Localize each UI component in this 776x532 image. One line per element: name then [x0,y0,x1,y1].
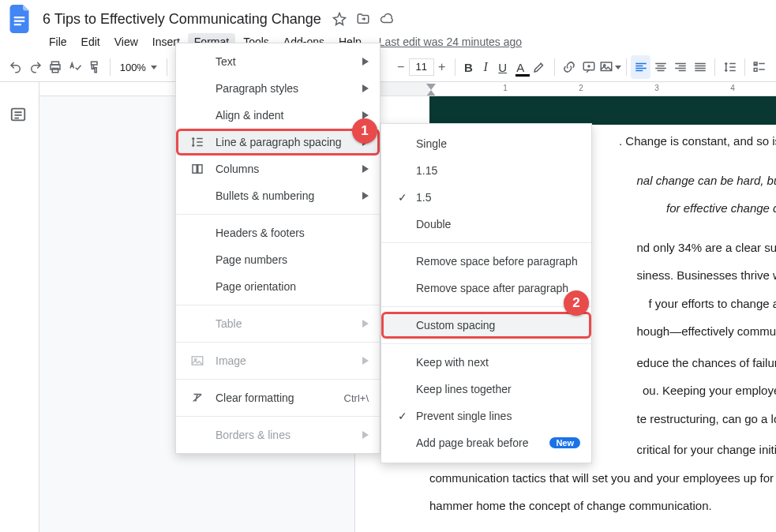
ruler-number: 2 [579,84,583,92]
toolbar-divider [455,58,455,76]
print-button[interactable] [46,55,66,79]
zoom-select[interactable]: 100% [115,62,162,73]
highlight-button[interactable] [530,55,549,79]
spacing-15-item[interactable]: ✓1.5 [381,184,591,211]
body-text: siness. Businesses thrive when [637,268,777,282]
ruler[interactable]: 1 2 3 4 5 [39,82,776,96]
menu-separator [381,343,591,344]
spellcheck-button[interactable] [66,55,85,79]
format-align-indent-item[interactable]: Align & indent [176,102,380,129]
menu-separator [176,379,380,380]
format-page-orientation-item[interactable]: Page orientation [176,273,380,300]
body-text: te restructuring, can go a long v [637,412,777,425]
paint-format-button[interactable] [85,55,105,79]
document-title[interactable]: 6 Tips to Effectively Communicating Chan… [43,11,321,28]
align-left-button[interactable] [631,55,650,79]
toolbar-divider [714,58,715,76]
spacing-custom-item[interactable]: Custom spacing [381,312,591,339]
spacing-prevent-single-item[interactable]: ✓Prevent single lines [381,403,591,429]
menu-file[interactable]: File [43,33,73,51]
menu-shortcut: Ctrl+\ [344,392,369,404]
callout-1: 1 [352,118,377,144]
callout-2: 2 [564,290,589,316]
spacing-keep-lines-item[interactable]: Keep lines together [381,376,591,403]
columns-icon [187,162,208,176]
insert-link-button[interactable] [560,55,579,79]
spacing-remove-before-item[interactable]: Remove space before paragraph [381,248,591,275]
format-headers-footers-item[interactable]: Headers & footers [176,219,380,246]
line-spacing-submenu: Single 1.15 ✓1.5 Double Remove space bef… [381,123,592,463]
body-text: hammer home the concept of change commun… [429,499,712,512]
body-text: . Change is constant, and so is [619,134,776,148]
menu-view[interactable]: View [108,33,144,51]
menubar: File Edit View Insert Format Tools Add-o… [0,32,776,52]
cloud-status-icon[interactable] [380,12,394,26]
spacing-remove-after-item[interactable]: Remove space after paragraph [381,275,591,302]
format-menu: Text Paragraph styles Align & indent Lin… [175,43,381,454]
insert-image-button[interactable] [599,55,621,79]
spacing-115-item[interactable]: 1.15 [381,157,591,184]
line-spacing-button[interactable] [720,55,740,79]
body-text: for effective change comm [666,201,776,215]
align-right-button[interactable] [670,55,690,79]
spacing-double-item[interactable]: Double [381,211,591,238]
submenu-arrow-icon [362,82,369,95]
format-paragraph-styles-item[interactable]: Paragraph styles [176,75,380,102]
redo-button[interactable] [26,55,46,79]
svg-rect-1 [14,21,25,22]
spacing-page-break-before-item[interactable]: Add page break beforeNew [381,429,591,456]
menu-separator [176,305,380,305]
format-text-item[interactable]: Text [176,48,380,75]
format-clear-formatting-item[interactable]: Clear formatting Ctrl+\ [176,384,380,411]
menu-separator [176,214,380,215]
docs-logo-icon[interactable] [6,5,35,33]
svg-rect-10 [755,69,758,72]
toolbar-divider [744,58,745,76]
format-page-numbers-item[interactable]: Page numbers [176,246,380,273]
ruler-number: 4 [730,84,735,92]
menu-separator [176,416,380,417]
outline-toggle-icon[interactable] [9,106,30,126]
toolbar-divider [626,58,627,76]
last-edit-link[interactable]: Last edit was 24 minutes ago [379,36,522,48]
check-icon: ✓ [392,410,413,422]
submenu-arrow-icon [362,429,369,441]
move-folder-icon[interactable] [356,12,370,26]
font-size-decrease-button[interactable]: − [393,60,409,74]
chevron-down-icon [615,66,621,69]
ruler-number: 3 [654,84,659,92]
outline-rail [0,82,39,532]
submenu-arrow-icon [362,163,369,175]
body-text: nd only 34% are a clear succes [637,241,777,254]
align-justify-button[interactable] [690,55,710,79]
body-text: critical for your change initiativ [637,443,777,456]
checklist-button[interactable] [750,55,770,79]
ruler-first-line-indent[interactable] [426,84,436,90]
menu-separator [381,242,591,243]
menu-separator [176,342,380,343]
align-center-button[interactable] [650,55,670,79]
underline-button[interactable]: U [494,55,512,79]
font-size-increase-button[interactable]: + [434,60,450,74]
chevron-down-icon [151,66,157,69]
italic-button[interactable]: I [477,55,494,79]
format-line-spacing-item[interactable]: Line & paragraph spacing [176,129,380,155]
submenu-arrow-icon [362,354,369,367]
ruler-left-indent[interactable] [426,90,436,96]
insert-comment-button[interactable] [579,55,599,79]
body-text: nal change can be hard, but [637,174,777,187]
undo-button[interactable] [6,55,26,79]
spacing-keep-next-item[interactable]: Keep with next [381,349,591,376]
zoom-value: 100% [120,62,146,73]
format-borders-lines-item: Borders & lines [176,421,380,448]
format-bullets-numbering-item[interactable]: Bullets & numbering [176,182,380,209]
bold-button[interactable]: B [460,55,478,79]
text-color-button[interactable]: A [512,55,530,79]
format-columns-item[interactable]: Columns [176,155,380,182]
spacing-single-item[interactable]: Single [381,130,591,157]
font-size-input[interactable]: 11 [409,58,434,76]
menu-edit[interactable]: Edit [75,33,107,51]
image-icon [187,354,208,368]
star-icon[interactable] [332,12,347,26]
toolbar-divider [554,58,555,76]
